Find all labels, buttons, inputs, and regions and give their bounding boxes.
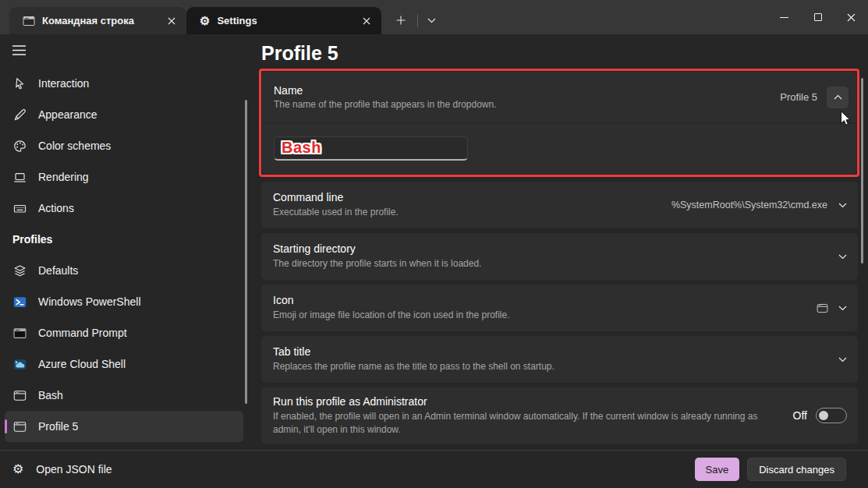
setting-title: Icon <box>273 294 817 306</box>
sidebar-item-color-schemes[interactable]: Color schemes <box>5 130 243 161</box>
sidebar-item-label: Defaults <box>38 264 78 277</box>
tab-dropdown-button[interactable] <box>421 10 441 30</box>
terminal-window-icon <box>12 420 27 433</box>
admin-toggle-switch[interactable] <box>816 408 847 423</box>
chevron-up-icon <box>834 94 842 100</box>
sidebar-item-windows-powershell[interactable]: Windows PowerShell <box>5 286 243 317</box>
sidebar-item-label: Command Prompt <box>38 327 127 339</box>
setting-title: Starting directory <box>273 242 838 255</box>
tab-label: Командная строка <box>42 15 154 27</box>
terminal-settings-window: Командная строка ⚙ Settings <box>0 0 868 488</box>
sidebar-item-appearance[interactable]: Appearance <box>5 99 243 130</box>
name-expander-header[interactable]: Name The name of the profile that appear… <box>262 72 856 122</box>
sidebar-item-label: Profile 5 <box>38 420 78 433</box>
setting-title: Command line <box>273 191 671 203</box>
sidebar-item-label: Color schemes <box>38 140 111 152</box>
sidebar-item-profile-5[interactable]: Profile 5 <box>5 411 243 442</box>
name-expander-body: Bash <box>262 123 856 173</box>
sidebar-scrollbar[interactable] <box>245 100 247 404</box>
command-prompt-icon <box>12 327 27 340</box>
sidebar: Interaction Appearance Color schemes <box>0 34 248 450</box>
sidebar-item-label: Interaction <box>38 77 89 90</box>
collapse-expander-button[interactable] <box>827 87 849 108</box>
new-tab-button[interactable] <box>391 10 411 30</box>
gear-icon: ⚙ <box>12 463 23 476</box>
tab-close-icon[interactable] <box>356 11 377 31</box>
titlebar: Командная строка ⚙ Settings <box>0 0 868 34</box>
terminal-window-icon <box>12 389 27 402</box>
sidebar-item-label: Rendering <box>38 171 89 183</box>
close-button[interactable] <box>834 0 868 34</box>
window-controls <box>767 0 868 34</box>
sidebar-item-defaults[interactable]: Defaults <box>5 255 243 286</box>
setting-description: Replaces the profile name as the title t… <box>273 360 772 373</box>
setting-title: Name <box>274 84 780 97</box>
azure-cloud-icon <box>12 358 27 371</box>
sidebar-item-bash[interactable]: Bash <box>5 380 243 411</box>
discard-changes-button[interactable]: Discard changes <box>747 458 846 481</box>
setting-row-starting-directory[interactable]: Starting directory The directory the pro… <box>261 233 858 280</box>
sidebar-item-label: Bash <box>38 389 63 401</box>
layers-icon <box>12 264 27 278</box>
setting-row-tab-title[interactable]: Tab title Replaces the profile name as t… <box>261 336 858 383</box>
sidebar-item-label: Windows PowerShell <box>38 295 141 308</box>
rendering-icon <box>12 171 27 184</box>
sidebar-item-rendering[interactable]: Rendering <box>5 161 243 193</box>
setting-description: Emoji or image file location of the icon… <box>273 309 772 322</box>
tab-settings[interactable]: ⚙ Settings <box>186 7 381 34</box>
sidebar-item-actions[interactable]: Actions <box>5 193 243 224</box>
setting-description: The directory the profile starts in when… <box>273 257 772 271</box>
chevron-down-icon[interactable] <box>838 254 847 260</box>
page-title: Profile 5 <box>261 41 868 65</box>
setting-value: %SystemRoot%\System32\cmd.exe <box>671 200 827 210</box>
sidebar-item-label: Appearance <box>38 108 97 121</box>
maximize-button[interactable] <box>801 0 834 34</box>
chevron-down-icon[interactable] <box>838 203 847 208</box>
chevron-down-icon[interactable] <box>838 306 847 311</box>
main-content: Profile 5 Name The name of the profile t… <box>248 34 868 450</box>
name-setting-card: Name The name of the profile that appear… <box>262 72 856 174</box>
toggle-knob <box>819 411 828 420</box>
setting-title: Run this profile as Administrator <box>273 395 793 408</box>
color-schemes-icon <box>12 140 27 153</box>
profile-name-input[interactable]: Bash <box>274 136 468 161</box>
setting-row-icon[interactable]: Icon Emoji or image file location of the… <box>261 285 858 331</box>
setting-row-run-as-administrator: Run this profile as Administrator If ena… <box>261 387 858 444</box>
setting-row-command-line[interactable]: Command line Executable used in the prof… <box>261 182 858 228</box>
cmd-window-icon <box>23 15 35 27</box>
tabbar-separator <box>417 14 418 27</box>
sidebar-item-interaction[interactable]: Interaction <box>5 68 243 99</box>
profiles-section-header: Profiles <box>0 224 248 255</box>
profile-name-input-value: Bash <box>282 139 321 157</box>
setting-value: Profile 5 <box>780 91 817 103</box>
hamburger-menu-icon[interactable] <box>12 45 27 55</box>
chevron-down-icon[interactable] <box>838 357 847 362</box>
open-json-file-button[interactable]: ⚙ Open JSON file <box>12 463 112 476</box>
setting-description: If enabled, the profile will open in an … <box>273 410 772 437</box>
appearance-icon <box>12 108 27 122</box>
actions-icon <box>12 202 27 215</box>
setting-description: The name of the profile that appears in … <box>274 99 780 110</box>
tab-label: Settings <box>217 15 349 27</box>
save-button[interactable]: Save <box>695 458 740 481</box>
tab-command-prompt[interactable]: Командная строка <box>9 7 186 34</box>
tab-close-icon[interactable] <box>161 11 182 31</box>
toggle-state-label: Off <box>793 409 807 422</box>
footer-bar: ⚙ Open JSON file Save Discard changes <box>0 450 868 488</box>
setting-description: Executable used in the profile. <box>273 206 671 219</box>
sidebar-item-label: Actions <box>38 202 74 214</box>
annotation-highlight-box: Name The name of the profile that appear… <box>259 69 859 177</box>
powershell-icon <box>12 295 27 309</box>
sidebar-item-command-prompt[interactable]: Command Prompt <box>5 317 243 348</box>
content-scrollbar[interactable] <box>861 78 863 263</box>
minimize-button[interactable] <box>767 0 801 34</box>
sidebar-item-azure-cloud-shell[interactable]: Azure Cloud Shell <box>5 348 243 380</box>
gear-icon: ⚙ <box>200 15 210 27</box>
open-json-file-label: Open JSON file <box>36 463 112 476</box>
sidebar-item-label: Azure Cloud Shell <box>38 358 126 370</box>
cmd-window-icon <box>817 302 828 314</box>
setting-title: Tab title <box>273 345 838 358</box>
interaction-icon <box>12 77 27 90</box>
mouse-cursor <box>840 111 852 127</box>
